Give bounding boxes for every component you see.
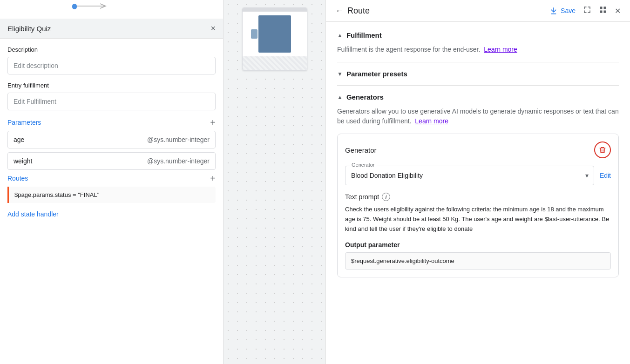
generator-box-title: Generator <box>345 146 377 154</box>
parameter-presets-header[interactable]: ▼ Parameter presets <box>337 70 619 78</box>
panel-header: Eligibility Quiz × <box>0 19 223 39</box>
fulfillment-header[interactable]: ▲ Fulfillment <box>337 31 619 39</box>
delete-generator-button[interactable] <box>594 142 611 158</box>
generators-learn-more-link[interactable]: Learn more <box>415 117 448 125</box>
left-panel: Eligibility Quiz × Description Edit desc… <box>0 0 224 364</box>
generator-dropdown-label: Generator <box>350 162 377 168</box>
routes-section: Routes + $page.params.status = "FINAL" <box>7 174 216 203</box>
generators-chevron-up: ▲ <box>337 94 343 101</box>
divider-1 <box>337 62 619 62</box>
save-icon <box>549 7 558 15</box>
grid-icon <box>599 6 607 14</box>
info-icon: i <box>382 193 390 201</box>
node-card-footer <box>243 56 307 70</box>
generator-box-header: Generator <box>345 142 611 158</box>
parameter-presets-chevron-down: ▼ <box>337 71 343 77</box>
svg-rect-4 <box>600 11 602 13</box>
param-name-age: age <box>14 136 147 143</box>
back-arrow-icon[interactable]: ← <box>335 6 344 16</box>
parameters-section-header: Parameters + <box>7 118 216 127</box>
text-prompt-header: Text prompt i <box>345 193 611 201</box>
entry-fulfillment-label: Entry fulfillment <box>7 82 216 89</box>
fulfillment-section: ▲ Fulfillment Fulfillment is the agent r… <box>337 31 619 54</box>
generator-edit-link[interactable]: Edit <box>600 172 611 179</box>
svg-point-0 <box>72 4 77 8</box>
routes-link[interactable]: Routes <box>7 175 28 182</box>
generator-dropdown-field: Generator Blood Donation Eligibility ▾ <box>345 166 594 185</box>
route-condition: $page.params.status = "FINAL" <box>14 191 99 198</box>
generator-select[interactable]: Blood Donation Eligibility <box>345 166 594 185</box>
save-label: Save <box>561 7 576 14</box>
param-type-age: @sys.number-integer <box>147 136 210 143</box>
parameters-link[interactable]: Parameters <box>7 119 41 126</box>
node-card-header <box>243 8 307 12</box>
param-row-weight: weight @sys.number-integer <box>7 152 216 170</box>
parameter-presets-title: Parameter presets <box>346 70 407 78</box>
node-card <box>242 7 307 71</box>
svg-rect-2 <box>600 7 602 9</box>
generators-header[interactable]: ▲ Generators <box>337 93 619 101</box>
description-field[interactable]: Edit description <box>7 57 216 74</box>
panel-content: Description Edit description Entry fulfi… <box>0 39 223 364</box>
add-parameter-button[interactable]: + <box>210 118 216 127</box>
entry-fulfillment-field[interactable]: Edit Fulfillment <box>7 93 216 110</box>
generators-title: Generators <box>346 93 384 101</box>
text-prompt-content: Check the users eligibility against the … <box>345 205 611 234</box>
generators-description: Generators allow you to use generative A… <box>337 107 619 126</box>
generator-dropdown-row: Generator Blood Donation Eligibility ▾ E… <box>345 166 611 185</box>
fulfillment-chevron-up: ▲ <box>337 32 343 39</box>
svg-rect-3 <box>604 7 606 9</box>
description-label: Description <box>7 46 216 53</box>
route-item[interactable]: $page.params.status = "FINAL" <box>7 187 216 203</box>
right-panel: ← Route Save ✕ <box>326 0 630 364</box>
divider-2 <box>337 85 619 86</box>
param-type-weight: @sys.number-integer <box>147 157 210 165</box>
parameters-list: age @sys.number-integer weight @sys.numb… <box>7 131 216 170</box>
route-title: Route <box>347 6 546 16</box>
right-header: ← Route Save ✕ <box>326 0 630 22</box>
fulfillment-description: Fulfillment is the agent response for th… <box>337 45 619 54</box>
right-content: ▲ Fulfillment Fulfillment is the agent r… <box>326 22 630 287</box>
parameter-presets-section: ▼ Parameter presets <box>337 70 619 78</box>
panel-title: Eligibility Quiz <box>7 25 51 33</box>
fulfillment-title: Fulfillment <box>346 31 382 39</box>
param-row-age: age @sys.number-integer <box>7 131 216 148</box>
node-icon <box>258 15 291 53</box>
output-param-label: Output parameter <box>345 241 611 249</box>
generators-section: ▲ Generators Generators allow you to use… <box>337 93 619 277</box>
output-param-field[interactable]: $request.generative.eligibility-outcome <box>345 252 611 270</box>
delete-icon <box>599 146 606 154</box>
canvas-area <box>224 0 326 364</box>
add-route-button[interactable]: + <box>210 174 216 183</box>
generator-box: Generator Generator Blood Donation Eligi… <box>337 134 619 277</box>
param-name-weight: weight <box>14 157 147 165</box>
connector-svg <box>72 2 119 16</box>
text-prompt-label: Text prompt <box>345 193 379 201</box>
node-connector <box>0 0 223 19</box>
grid-icon-button[interactable] <box>599 6 607 16</box>
save-button[interactable]: Save <box>549 7 576 15</box>
close-right-panel-button[interactable]: ✕ <box>615 6 621 16</box>
svg-rect-5 <box>604 11 606 13</box>
node-card-body <box>243 12 307 56</box>
fulfillment-learn-more-link[interactable]: Learn more <box>484 46 517 53</box>
close-button[interactable]: × <box>210 24 216 33</box>
routes-section-header: Routes + <box>7 174 216 183</box>
expand-icon-button[interactable] <box>583 6 591 16</box>
header-icons: ✕ <box>583 6 621 16</box>
add-state-handler-link[interactable]: Add state handler <box>7 210 216 218</box>
expand-icon <box>583 6 591 14</box>
